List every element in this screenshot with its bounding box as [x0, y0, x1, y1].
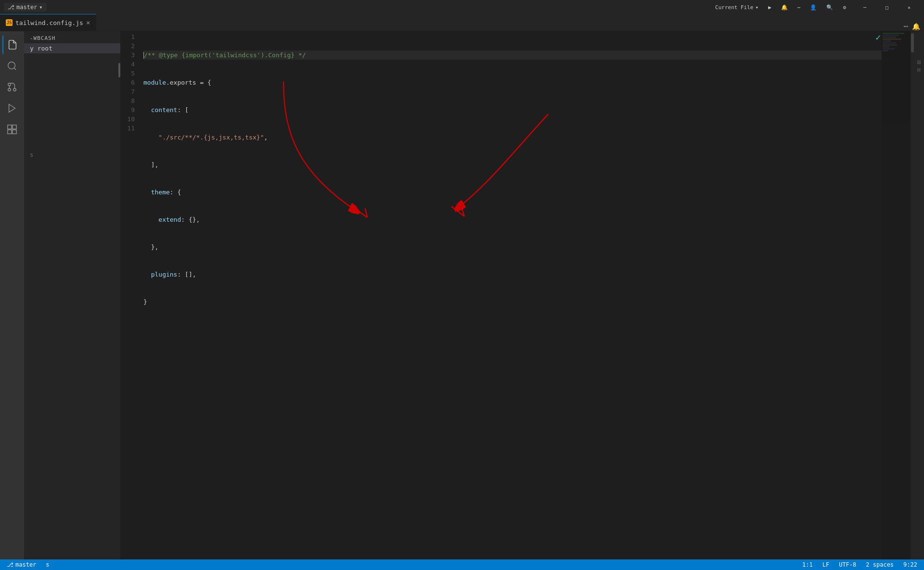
- checkmark-icon: ✓: [875, 32, 881, 42]
- branch-icon: ⎇: [7, 561, 13, 568]
- sidebar-item-explorer[interactable]: [2, 35, 22, 54]
- tab-file-icon: JS: [6, 19, 13, 26]
- current-file-dropdown: ▾: [756, 4, 759, 11]
- line-numbers: 1 2 3 4 5 6 7 8 9 10 11: [120, 31, 140, 559]
- tab-tailwind-config[interactable]: JS tailwind.config.js ×: [0, 14, 96, 31]
- svg-point-3: [8, 83, 11, 86]
- right-sidebar-icon-2[interactable]: ≡: [915, 68, 923, 72]
- activity-bar: [0, 31, 24, 559]
- tab-close-button[interactable]: ×: [86, 19, 90, 26]
- code-line-3: content: [: [143, 105, 882, 114]
- code-line-10: }: [143, 297, 882, 306]
- current-file-label: Current File: [715, 4, 753, 11]
- svg-marker-6: [9, 104, 15, 113]
- svg-line-1: [14, 68, 16, 70]
- sidebar-item-source-control[interactable]: [2, 77, 22, 97]
- tab-bar: JS tailwind.config.js × ⋯ 🔔: [0, 14, 924, 31]
- search-icon: 🔍: [826, 4, 833, 11]
- account-icon: 👤: [810, 4, 817, 11]
- sidebar-item-extensions[interactable]: [2, 120, 22, 139]
- code-line-6: theme: {: [143, 188, 882, 197]
- branch-status-label: master: [15, 561, 36, 568]
- tab-more-button[interactable]: ⋯: [903, 22, 908, 31]
- statusbar-indent[interactable]: 2 spaces: [864, 561, 896, 568]
- editor-scrollbar-thumb[interactable]: [911, 33, 914, 52]
- code-line-1: /** @type {import('tailwindcss').Config}…: [143, 51, 882, 60]
- code-line-4: "./src/**/*.{js,jsx,ts,tsx}",: [143, 133, 882, 142]
- bell-icon: 🔔: [781, 4, 788, 11]
- main-area: -wbcash y root s 1 2 3 4 5 6 7 8 9 10 11: [0, 31, 924, 559]
- code-line-5: ],: [143, 160, 882, 169]
- statusbar-cursor-position[interactable]: 1:1: [800, 561, 815, 568]
- minimize-button[interactable]: ─: [854, 0, 876, 14]
- statusbar-right: 1:1 LF UTF-8 2 spaces 9:22: [800, 561, 919, 568]
- more-actions-button[interactable]: ⋯: [796, 3, 803, 12]
- code-line-9: plugins: [],: [143, 270, 882, 279]
- notification-bell[interactable]: 🔔: [779, 3, 790, 12]
- svg-rect-7: [8, 125, 12, 129]
- minimap: [882, 31, 911, 559]
- account-button[interactable]: 👤: [808, 3, 819, 12]
- svg-point-2: [13, 89, 16, 91]
- line-ending-label: LF: [822, 561, 829, 568]
- explorer-bottom-label: s: [24, 150, 120, 160]
- titlebar-left: ⎇ master ▾: [4, 3, 47, 12]
- sidebar-item-run[interactable]: [2, 99, 22, 118]
- code-line-7: extend: {},: [143, 215, 882, 224]
- titlebar-right: Current File ▾ ▶ 🔔 ⋯ 👤 🔍 ⚙ ─ □: [713, 0, 920, 14]
- titlebar: ⎇ master ▾ Current File ▾ ▶ 🔔 ⋯ 👤 🔍 ⚙: [0, 0, 924, 14]
- statusbar-line-ending[interactable]: LF: [821, 561, 831, 568]
- run-button[interactable]: ▶: [766, 3, 773, 12]
- code-line-11: [143, 325, 882, 334]
- cursor-position-label: 1:1: [802, 561, 813, 568]
- encoding-label: UTF-8: [839, 561, 856, 568]
- tab-notification-button[interactable]: 🔔: [912, 23, 920, 30]
- statusbar-left: ⎇ master s: [5, 561, 51, 568]
- branch-selector[interactable]: ⎇ master ▾: [4, 3, 47, 12]
- settings-icon: ⚙: [843, 4, 846, 11]
- explorer-title: -wbcash: [24, 31, 120, 43]
- git-branch-icon: ⎇: [8, 4, 14, 11]
- svg-rect-9: [8, 130, 12, 134]
- statusbar-branch[interactable]: ⎇ master: [5, 561, 38, 568]
- code-editor[interactable]: /** @type {import('tailwindcss').Config}…: [140, 31, 882, 559]
- settings-button[interactable]: ⚙: [841, 3, 848, 12]
- tab-label: tailwind.config.js: [15, 19, 83, 26]
- right-sidebar-icon-1[interactable]: ⊞: [915, 60, 923, 64]
- svg-rect-10: [13, 130, 16, 134]
- window-controls: ─ □ ✕: [854, 0, 920, 14]
- branch-name: master: [16, 4, 37, 11]
- statusbar-encoding[interactable]: UTF-8: [837, 561, 858, 568]
- clock: 9:22: [903, 561, 917, 568]
- restore-button[interactable]: □: [876, 0, 898, 14]
- code-line-8: },: [143, 242, 882, 252]
- code-container[interactable]: 1 2 3 4 5 6 7 8 9 10 11 /** @type {impor…: [120, 31, 914, 559]
- right-sidebar: ⊞ ≡: [914, 31, 924, 559]
- svg-point-4: [8, 89, 11, 91]
- explorer-panel: -wbcash y root s: [24, 31, 120, 559]
- more-icon: ⋯: [797, 4, 801, 11]
- search-button[interactable]: 🔍: [824, 3, 835, 12]
- sidebar-item-search[interactable]: [2, 56, 22, 76]
- svg-rect-8: [13, 125, 16, 129]
- system-tray-time: 9:22: [901, 561, 919, 568]
- indent-label: 2 spaces: [866, 561, 894, 568]
- run-icon: ▶: [768, 4, 771, 11]
- close-button[interactable]: ✕: [898, 0, 920, 14]
- editor-scrollbar[interactable]: [911, 31, 914, 559]
- svg-point-0: [8, 62, 15, 69]
- statusbar-bottom-label[interactable]: s: [44, 561, 51, 568]
- editor-area: 1 2 3 4 5 6 7 8 9 10 11 /** @type {impor…: [120, 31, 914, 559]
- current-file-selector[interactable]: Current File ▾: [713, 3, 760, 12]
- statusbar-s-label: s: [46, 561, 49, 568]
- statusbar: ⎇ master s 1:1 LF UTF-8 2 spaces 9:22: [0, 559, 924, 570]
- explorer-root-item[interactable]: y root: [24, 43, 120, 53]
- branch-dropdown-icon: ▾: [39, 4, 42, 11]
- code-line-2: module.exports = {: [143, 78, 882, 87]
